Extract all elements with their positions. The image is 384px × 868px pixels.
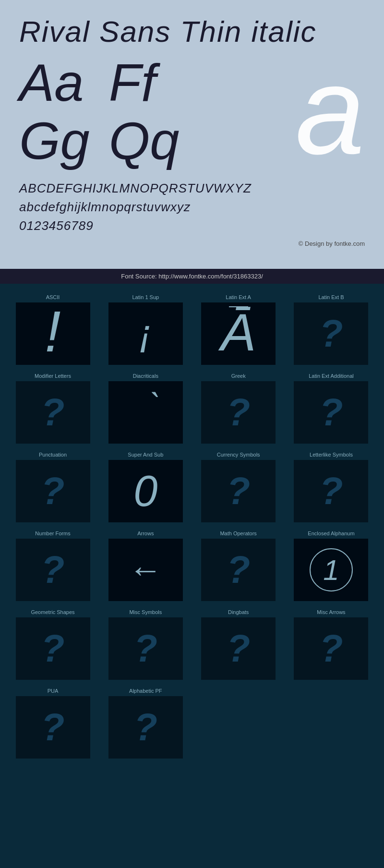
cell-box-mathops: ? — [201, 539, 276, 601]
cell-label-diacriticals: Diacriticals — [102, 373, 189, 379]
cell-label-numberforms: Number Forms — [10, 530, 96, 536]
cell-box-currency: ? — [201, 460, 276, 522]
cell-modifier: Modifier Letters ? — [10, 367, 96, 444]
cell-letterlike: Letterlike Symbols ? — [288, 446, 374, 522]
cell-currency: Currency Symbols ? — [195, 446, 282, 522]
cell-box-greek: ? — [201, 381, 276, 444]
digits-display: 0123456789 — [19, 217, 365, 235]
cell-box-latinextadd: ? — [294, 381, 368, 444]
cell-box-alphabeticpf: ? — [108, 696, 183, 759]
cell-label-superandsub: Super And Sub — [102, 452, 189, 458]
credit-text: © Design by fontke.com — [19, 240, 365, 252]
cell-misc-symbols: Misc Symbols ? — [102, 603, 189, 680]
cell-label-enclosed: Enclosed Alphanum — [288, 530, 374, 536]
qmark-latinextadd: ? — [320, 390, 343, 434]
qmark-pua: ? — [41, 705, 65, 749]
source-text: Font Source: http://www.fontke.com/font/… — [121, 273, 263, 280]
cell-latinextadd: Latin Ext Additional ? — [288, 367, 374, 444]
cell-label-latin1sup: Latin 1 Sup — [102, 294, 189, 300]
cell-box-latinexta: Ā — [201, 302, 276, 365]
cell-box-numberforms: ? — [16, 539, 90, 601]
cell-ascii: ASCII ! — [10, 289, 96, 365]
cell-label-punctuation: Punctuation — [10, 452, 96, 458]
cell-box-arrows: ← — [108, 539, 183, 601]
cell-box-latin1sup: ¡ — [108, 302, 183, 365]
cell-label-alphabeticpf: Alphabetic PF — [102, 688, 189, 694]
cell-label-dingbats: Dingbats — [195, 609, 282, 615]
cell-pua: PUA ? — [10, 682, 96, 759]
grid-row-2: Modifier Letters ? Diacriticals ` Greek … — [10, 367, 374, 444]
enclosed-number: 1 — [323, 554, 339, 587]
cell-box-geometric: ? — [16, 617, 90, 680]
glyph-pair-gg: Gg — [19, 111, 90, 169]
header-section: Rival Sans Thin italic Aa Gg Ff Qq a ABC… — [0, 0, 384, 269]
qmark-mathops: ? — [227, 548, 250, 592]
cell-latinexta: Latin Ext A Ā — [195, 289, 282, 365]
alphabet-lower: abcdefghijklmnopqrstuvwxyz — [19, 198, 365, 217]
cell-label-greek: Greek — [195, 373, 282, 379]
qmark-letterlike: ? — [320, 469, 343, 513]
qmark-misc-symbols: ? — [134, 627, 157, 671]
qmark-punctuation: ? — [41, 469, 65, 513]
cell-mathops: Math Operators ? — [195, 525, 282, 601]
cell-label-misc-arrows: Misc Arrows — [288, 609, 374, 615]
cell-box-dingbats: ? — [201, 617, 276, 680]
qmark-greek: ? — [227, 390, 250, 434]
grid-row-1: ASCII ! Latin 1 Sup ¡ Latin Ext A Ā — [10, 289, 374, 365]
cell-geometric: Geometric Shapes ? — [10, 603, 96, 680]
glyph-pair-ff: Ff — [109, 53, 180, 111]
qmark-modifier: ? — [41, 390, 65, 434]
exclaim-glyph: ! — [45, 302, 60, 360]
cell-label-pua: PUA — [10, 688, 96, 694]
cell-label-letterlike: Letterlike Symbols — [288, 452, 374, 458]
cell-label-latinextb: Latin Ext B — [288, 294, 374, 300]
source-bar: Font Source: http://www.fontke.com/font/… — [0, 269, 384, 284]
cell-box-ascii: ! — [16, 302, 90, 365]
cell-superandsub: Super And Sub 0 — [102, 446, 189, 522]
backtick-glyph: ` — [150, 386, 161, 424]
cell-greek: Greek ? — [195, 367, 282, 444]
cell-latin1sup: Latin 1 Sup ¡ — [102, 289, 189, 365]
cell-empty-1 — [195, 682, 282, 759]
latin-a-bar — [229, 306, 248, 307]
cell-label-ascii: ASCII — [10, 294, 96, 300]
cell-label-misc-symbols: Misc Symbols — [102, 609, 189, 615]
glyph-pair-qq: Qq — [109, 111, 180, 169]
qmark-latinextb: ? — [320, 312, 343, 356]
cell-box-latinextb: ? — [294, 302, 368, 365]
cell-empty-2 — [288, 682, 374, 759]
cell-box-pua: ? — [16, 696, 90, 759]
cell-box-superandsub: 0 — [108, 460, 183, 522]
cell-alphabeticpf: Alphabetic PF ? — [102, 682, 189, 759]
glyph-grid: ASCII ! Latin 1 Sup ¡ Latin Ext A Ā — [0, 284, 384, 771]
cell-box-misc-symbols: ? — [108, 617, 183, 680]
qmark-currency: ? — [227, 469, 250, 513]
cell-label-currency: Currency Symbols — [195, 452, 282, 458]
cell-label-arrows: Arrows — [102, 530, 189, 536]
cell-box-enclosed: 1 — [294, 539, 368, 601]
inv-exclaim-glyph: ¡ — [139, 311, 152, 355]
cell-box-misc-arrows: ? — [294, 617, 368, 680]
qmark-geometric: ? — [41, 627, 65, 671]
large-glyph-display: a — [295, 48, 365, 173]
cell-dingbats: Dingbats ? — [195, 603, 282, 680]
arrow-glyph: ← — [129, 551, 162, 589]
qmark-alphabeticpf: ? — [134, 705, 157, 749]
cell-label-geometric: Geometric Shapes — [10, 609, 96, 615]
grid-row-4: Number Forms ? Arrows ← Math Operators ?… — [10, 525, 374, 601]
cell-label-modifier: Modifier Letters — [10, 373, 96, 379]
cell-diacriticals: Diacriticals ` — [102, 367, 189, 444]
grid-row-6: PUA ? Alphabetic PF ? — [10, 682, 374, 759]
grid-row-5: Geometric Shapes ? Misc Symbols ? Dingba… — [10, 603, 374, 680]
superandsub-glyph: 0 — [133, 467, 157, 516]
qmark-dingbats: ? — [227, 627, 250, 671]
cell-numberforms: Number Forms ? — [10, 525, 96, 601]
cell-box-diacriticals: ` — [108, 381, 183, 444]
cell-label-mathops: Math Operators — [195, 530, 282, 536]
cell-label-latinextadd: Latin Ext Additional — [288, 373, 374, 379]
cell-box-punctuation: ? — [16, 460, 90, 522]
cell-latinextb: Latin Ext B ? — [288, 289, 374, 365]
cell-punctuation: Punctuation ? — [10, 446, 96, 522]
latin-a-glyph: Ā — [221, 302, 256, 362]
enclosed-glyph: 1 — [310, 548, 353, 591]
